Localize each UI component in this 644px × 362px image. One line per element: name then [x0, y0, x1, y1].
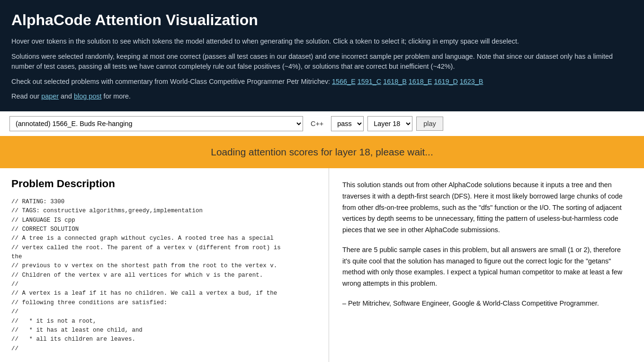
and-text: and: [61, 92, 72, 100]
controls-bar: (annotated) 1566_E. Buds Re-hanging C++ …: [0, 111, 644, 136]
link-1618b[interactable]: 1618_B: [383, 78, 407, 85]
link-1618e[interactable]: 1618_E: [409, 78, 432, 85]
links-line: Check out selected problems with comment…: [11, 77, 633, 87]
commentary-para2: There are 5 public sample cases in this …: [342, 244, 631, 290]
link-1623b[interactable]: 1623_B: [460, 78, 483, 85]
problem-title: Problem Description: [11, 178, 317, 190]
left-panel: Problem Description // RATING: 3300 // T…: [0, 168, 329, 362]
layer-select[interactable]: Layer 1 Layer 2 Layer 3 Layer 4 Layer 5 …: [367, 116, 412, 131]
paper-link[interactable]: paper: [41, 92, 59, 100]
link-1619d[interactable]: 1619_D: [434, 78, 457, 85]
content-area: Problem Description // RATING: 3300 // T…: [0, 168, 644, 362]
lang-display: C++: [307, 117, 327, 130]
page-title: AlphaCode Attention Visualization: [11, 11, 633, 29]
desc1-text: Hover over tokens in the solution to see…: [11, 36, 633, 47]
paper-line: Read our paper and blog post for more.: [11, 91, 633, 102]
loading-banner: Loading attention scores for layer 18, p…: [0, 136, 644, 168]
link-1566e[interactable]: 1566_E: [332, 78, 356, 85]
solution-select[interactable]: (annotated) 1566_E. Buds Re-hanging: [9, 116, 303, 131]
paper-prefix: Read our: [11, 92, 39, 100]
desc2-text: Solutions were selected randomly, keepin…: [11, 52, 633, 72]
right-panel: This solution stands out from other Alph…: [329, 168, 644, 362]
links-prefix: Check out selected problems with comment…: [11, 78, 330, 85]
commentary-para1: This solution stands out from other Alph…: [342, 180, 631, 236]
more-text: for more.: [103, 92, 131, 100]
blog-post-link[interactable]: blog post: [74, 92, 101, 100]
header-section: AlphaCode Attention Visualization Hover …: [0, 0, 644, 111]
pass-select[interactable]: pass fail: [331, 116, 364, 131]
play-button[interactable]: play: [416, 117, 443, 131]
link-1591c[interactable]: 1591_C: [358, 78, 381, 85]
code-block: // RATING: 3300 // TAGS: constructive al…: [11, 198, 317, 353]
author-line: – Petr Mitrichev, Software Engineer, Goo…: [342, 298, 631, 309]
